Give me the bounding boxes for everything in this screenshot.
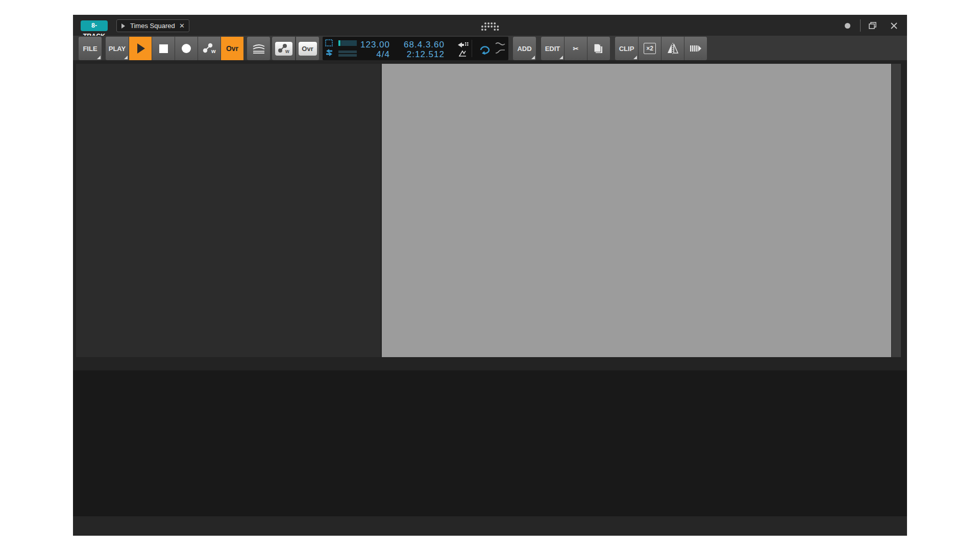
svg-text:w: w: [285, 48, 289, 54]
svg-text:w: w: [211, 48, 216, 54]
